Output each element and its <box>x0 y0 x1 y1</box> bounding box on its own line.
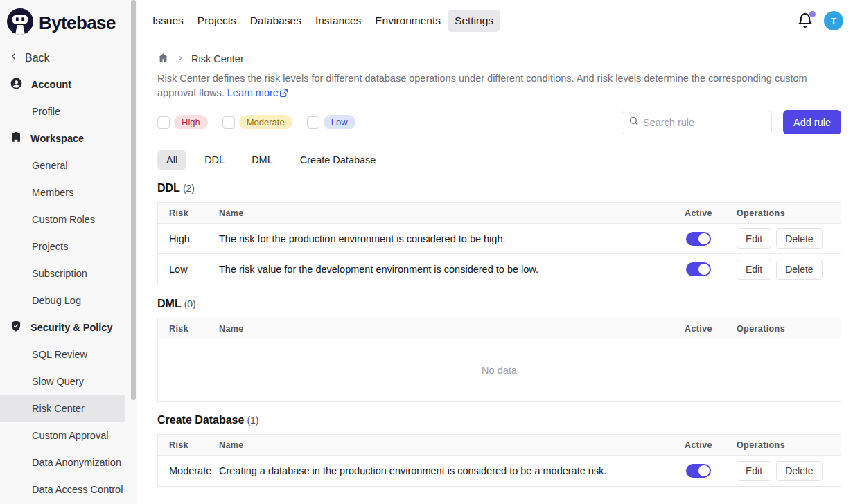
bytebase-logo[interactable]: Bytebase <box>0 0 137 37</box>
sidebar-group-account: Account <box>0 71 137 98</box>
page-description: Risk Center defines the risk levels for … <box>157 71 821 100</box>
learn-more-link[interactable]: Learn more <box>227 87 288 98</box>
notification-bell-button[interactable] <box>797 12 814 29</box>
risk-cell: Moderate <box>158 465 219 476</box>
breadcrumb: Risk Center <box>157 51 841 66</box>
sidebar-group-label: Workspace <box>30 133 84 144</box>
breadcrumb-current: Risk Center <box>191 53 244 64</box>
active-toggle[interactable] <box>686 262 711 276</box>
toggle-knob <box>698 233 710 244</box>
avatar[interactable]: T <box>824 11 843 30</box>
sidebar-item-profile[interactable]: Profile <box>0 98 125 125</box>
notification-dot <box>809 11 816 17</box>
section-count: (0) <box>184 298 196 309</box>
section-count: (1) <box>247 415 258 426</box>
main-area: Issues Projects Databases Instances Envi… <box>137 0 853 504</box>
low-badge: Low <box>324 115 355 129</box>
nav-item-databases[interactable]: Databases <box>243 10 308 32</box>
external-link-icon <box>279 87 288 98</box>
sidebar-item-slow-query[interactable]: Slow Query <box>0 368 125 395</box>
risk-center-page: Risk Center Risk Center defines the risk… <box>137 42 853 504</box>
nav-item-settings[interactable]: Settings <box>448 10 500 32</box>
table-header-row: Risk Name Active Operations <box>158 435 841 456</box>
filter-group-high: High <box>157 115 208 129</box>
back-button[interactable]: Back <box>8 51 137 64</box>
high-checkbox[interactable] <box>157 116 170 129</box>
app-window: Bytebase Back Account Profile Workspace <box>0 0 853 504</box>
sidebar-group-label: Account <box>31 79 71 90</box>
name-cell: The risk value for the development envir… <box>219 264 660 275</box>
sidebar-group-label: Security & Policy <box>30 322 112 333</box>
section-title: DML(0) <box>157 298 841 310</box>
filter-group-moderate: Moderate <box>222 115 292 129</box>
sidebar-item-debug-log[interactable]: Debug Log <box>0 287 125 314</box>
nav-item-environments[interactable]: Environments <box>368 10 448 32</box>
sidebar-item-members[interactable]: Members <box>0 179 125 206</box>
search-rule-input[interactable] <box>643 117 765 128</box>
top-right-controls: T <box>797 11 843 30</box>
active-toggle[interactable] <box>686 232 711 246</box>
toggle-knob <box>698 264 710 275</box>
brand-name: Bytebase <box>39 12 116 34</box>
risk-cell: Low <box>158 264 219 275</box>
sidebar-item-sql-review[interactable]: SQL Review <box>0 341 125 368</box>
category-tabs: All DDL DML Create Database <box>157 150 841 170</box>
sidebar-item-custom-roles[interactable]: Custom Roles <box>0 206 125 233</box>
moderate-badge: Moderate <box>239 115 292 129</box>
risk-cell: High <box>158 233 219 244</box>
table-row: Moderate Creating a database in the prod… <box>158 456 841 486</box>
active-toggle[interactable] <box>686 464 711 478</box>
bytebase-logo-icon <box>7 8 33 37</box>
empty-state: No data <box>158 339 841 401</box>
sidebar-item-data-anonymization[interactable]: Data Anonymization <box>0 449 125 476</box>
create-database-rules-table: Risk Name Active Operations Moderate Cre… <box>157 434 841 487</box>
edit-button[interactable]: Edit <box>737 228 771 249</box>
low-checkbox[interactable] <box>307 116 319 129</box>
nav-item-issues[interactable]: Issues <box>146 10 191 32</box>
home-icon[interactable] <box>157 52 169 66</box>
section-ddl: DDL(2) Risk Name Active Operations High … <box>157 182 841 285</box>
search-rule-box <box>622 111 772 134</box>
settings-sidebar: Bytebase Back Account Profile Workspace <box>0 0 137 504</box>
sidebar-item-subscription[interactable]: Subscription <box>0 260 125 287</box>
sidebar-group-security-policy: Security & Policy <box>0 314 137 341</box>
nav-item-projects[interactable]: Projects <box>191 10 243 32</box>
edit-button[interactable]: Edit <box>737 260 771 280</box>
table-header-row: Risk Name Active Operations <box>158 203 841 224</box>
search-icon <box>628 116 639 129</box>
section-title: DDL(2) <box>157 182 841 195</box>
sidebar-scrollbar-thumb[interactable] <box>131 0 136 400</box>
user-icon <box>10 77 23 92</box>
toggle-knob <box>698 465 710 476</box>
filter-group-low: Low <box>307 115 355 129</box>
name-cell: The risk for the production environment … <box>219 233 660 244</box>
tab-dml[interactable]: DML <box>243 150 282 170</box>
tab-all[interactable]: All <box>157 150 186 170</box>
sidebar-item-risk-center[interactable]: Risk Center <box>0 395 125 422</box>
moderate-checkbox[interactable] <box>222 116 235 129</box>
high-badge: High <box>174 115 208 129</box>
nav-item-instances[interactable]: Instances <box>308 10 368 32</box>
sidebar-group-workspace: Workspace <box>0 125 137 152</box>
tab-ddl[interactable]: DDL <box>195 150 234 170</box>
table-header-row: Risk Name Active Operations <box>158 318 841 339</box>
dml-rules-table: Risk Name Active Operations No data <box>157 318 841 402</box>
sidebar-item-general[interactable]: General <box>0 152 125 179</box>
delete-button[interactable]: Delete <box>776 461 822 481</box>
delete-button[interactable]: Delete <box>776 260 822 280</box>
shield-icon <box>10 320 22 334</box>
edit-button[interactable]: Edit <box>737 461 771 481</box>
sidebar-item-custom-approval[interactable]: Custom Approval <box>0 422 125 449</box>
tab-create-database[interactable]: Create Database <box>291 150 385 170</box>
back-label: Back <box>25 52 50 64</box>
add-rule-button[interactable]: Add rule <box>783 110 841 134</box>
section-create-database: Create Database(1) Risk Name Active Oper… <box>157 414 841 487</box>
delete-button[interactable]: Delete <box>776 228 822 249</box>
table-row: Low The risk value for the development e… <box>158 254 841 285</box>
sidebar-item-projects[interactable]: Projects <box>0 233 125 260</box>
chevron-left-icon <box>8 51 19 64</box>
sidebar-nav: Account Profile Workspace General Member… <box>0 71 137 503</box>
name-cell: Creating a database in the production en… <box>219 465 660 476</box>
sidebar-item-data-access-control[interactable]: Data Access Control <box>0 476 125 503</box>
top-nav: Issues Projects Databases Instances Envi… <box>137 0 853 42</box>
